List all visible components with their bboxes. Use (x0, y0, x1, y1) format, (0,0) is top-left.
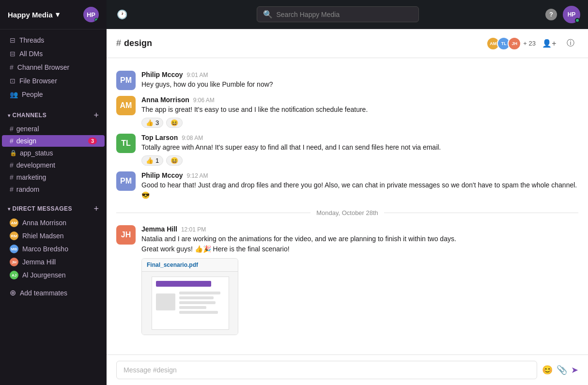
message-5: JH Jemma Hill 12:01 PM Natalia and I are… (107, 222, 588, 338)
people-icon: 👥 (10, 91, 18, 98)
dm-section-header[interactable]: ▾ DIRECT MESSAGES + (0, 201, 107, 216)
user-avatar-topbar[interactable]: HP (563, 6, 580, 23)
sidebar-item-people[interactable]: 👥 People (2, 88, 105, 101)
msg3-time: 9:08 AM (182, 135, 203, 141)
msg2-time: 9:06 AM (193, 97, 215, 104)
msg2-reaction-laugh[interactable]: 😆 (166, 118, 183, 128)
msg3-header: Top Larson 9:08 AM (141, 134, 578, 141)
marco-dm-label: Marco Bredsho (22, 245, 68, 253)
threads-label: Threads (19, 36, 44, 44)
msg3-reaction-laugh[interactable]: 😆 (166, 155, 183, 166)
search-bar[interactable]: 🔍 (257, 6, 419, 22)
dm-item-rhiel[interactable]: RM Rhiel Madsen (2, 230, 105, 242)
main-content: 🕐 🔍 ? HP # (107, 0, 588, 385)
msg5-text1: Natalia and I are working on the animati… (141, 234, 578, 244)
dm-item-jemma[interactable]: JH Jemma Hill (2, 256, 105, 268)
dm-item-anna[interactable]: AM Anna Morrison (2, 216, 105, 229)
msg3-body: Top Larson 9:08 AM Totally agree with An… (141, 134, 578, 166)
file-preview (142, 272, 238, 335)
msg5-time: 12:01 PM (181, 226, 206, 233)
channel-info-button[interactable]: ⓘ (563, 36, 578, 51)
history-icon: 🕐 (117, 9, 127, 20)
msg3-reaction-thumbsup[interactable]: 👍 1 (141, 155, 163, 166)
user-avatar[interactable]: HP (83, 7, 99, 22)
msg2-author: Anna Morrison (141, 96, 189, 104)
msg2-body: Anna Morrison 9:06 AM The app is great! … (141, 96, 578, 128)
add-channel-button[interactable]: + (93, 111, 99, 120)
msg1-text: Hey guys, how do you like Pumble for now… (141, 79, 578, 90)
add-teammates-button[interactable]: ⊕ Add teammates (2, 285, 105, 300)
channel-members-avatars[interactable]: AM TL JH + 23 (486, 37, 536, 50)
msg5-avatar: JH (116, 225, 136, 245)
channels-section-header[interactable]: ▾ CHANNELS + (0, 108, 107, 123)
msg2-text: The app is great! It's easy to use and I… (141, 105, 578, 115)
dm-chevron-icon: ▾ (8, 206, 11, 212)
general-label: general (16, 125, 39, 133)
dm-item-marco[interactable]: MB Marco Bredsho (2, 243, 105, 255)
development-label: development (16, 161, 55, 169)
msg2-reaction-thumbsup[interactable]: 👍 3 (141, 118, 163, 128)
marketing-hash-icon: # (10, 173, 14, 181)
history-button[interactable]: 🕐 (114, 7, 130, 22)
sidebar-item-channel-browser[interactable]: # Channel Browser (2, 61, 105, 74)
msg1-time: 9:01 AM (187, 72, 208, 78)
message-input[interactable] (116, 361, 537, 379)
emoji-icon: 😊 (542, 365, 553, 375)
rhiel-dm-label: Rhiel Madsen (22, 232, 64, 240)
sidebar-item-threads[interactable]: ⊟ Threads (2, 34, 105, 46)
laugh-emoji-3: 😆 (170, 157, 178, 164)
msg5-body: Jemma Hill 12:01 PM Natalia and I are wo… (141, 225, 578, 335)
channel-item-general[interactable]: # general (2, 123, 105, 135)
file-attachment[interactable]: Final_scenario.pdf (141, 258, 238, 335)
design-badge: 3 (88, 138, 97, 144)
channels-label: CHANNELS (13, 112, 47, 119)
sidebar: Happy Media ▾ HP ⊟ Threads ⊟ All DMs # C… (0, 0, 107, 385)
channel-item-design[interactable]: # design 3 (2, 135, 105, 147)
sidebar-item-file-browser[interactable]: ⊡ File Browser (2, 75, 105, 87)
channel-hash-label: # (116, 38, 121, 48)
workspace-name[interactable]: Happy Media ▾ (8, 10, 60, 19)
sidebar-item-all-dms[interactable]: ⊟ All DMs (2, 47, 105, 60)
msg3-reactions: 👍 1 😆 (141, 155, 578, 166)
preview-line-3 (179, 301, 216, 304)
emoji-button[interactable]: 😊 (542, 365, 553, 375)
add-dm-button[interactable]: + (93, 204, 99, 213)
channel-item-app-status[interactable]: 🔒 app_status (2, 147, 105, 159)
thumbsup-count: 3 (155, 119, 159, 126)
all-dms-label: All DMs (19, 50, 43, 58)
channel-item-development[interactable]: # development (2, 159, 105, 171)
anna-avatar: AM (10, 218, 18, 227)
preview-line-2 (179, 296, 214, 299)
send-button[interactable]: ➤ (571, 365, 578, 375)
marketing-label: marketing (16, 173, 46, 181)
help-button[interactable]: ? (545, 9, 557, 20)
all-dms-icon: ⊟ (10, 50, 15, 58)
channels-section-header-left: ▾ CHANNELS (8, 112, 46, 119)
channel-item-random[interactable]: # random (2, 184, 105, 195)
channel-item-marketing[interactable]: # marketing (2, 171, 105, 183)
laugh-emoji: 😆 (170, 119, 178, 126)
file-preview-inner (152, 277, 229, 330)
al-avatar: AJ (10, 271, 18, 279)
preview-line-4 (179, 306, 206, 309)
search-input[interactable] (277, 11, 413, 18)
info-icon: ⓘ (567, 38, 574, 48)
thumbsup-emoji-3: 👍 (146, 157, 154, 164)
message-1: PM Philip Mccoy 9:01 AM Hey guys, how do… (107, 68, 588, 93)
msg2-header: Anna Morrison 9:06 AM (141, 96, 578, 104)
people-label: People (22, 91, 43, 98)
thumbsup-count-3: 1 (155, 157, 159, 164)
al-dm-label: Al Jourgensen (22, 271, 66, 279)
add-member-button[interactable]: 👤+ (542, 36, 557, 51)
channel-member-count: + 23 (523, 40, 536, 47)
file-browser-icon: ⊡ (10, 77, 15, 85)
thumbsup-emoji: 👍 (146, 119, 154, 126)
dm-label: DIRECT MESSAGES (13, 205, 73, 212)
dm-item-al[interactable]: AJ Al Jourgensen (2, 269, 105, 281)
preview-line-5 (179, 311, 218, 314)
workspace-header[interactable]: Happy Media ▾ HP (0, 0, 107, 30)
msg2-reactions: 👍 3 😆 (141, 118, 578, 128)
attach-button[interactable]: 📎 (557, 365, 567, 375)
anna-dm-label: Anna Morrison (22, 219, 66, 227)
msg1-author: Philip Mccoy (141, 71, 183, 78)
